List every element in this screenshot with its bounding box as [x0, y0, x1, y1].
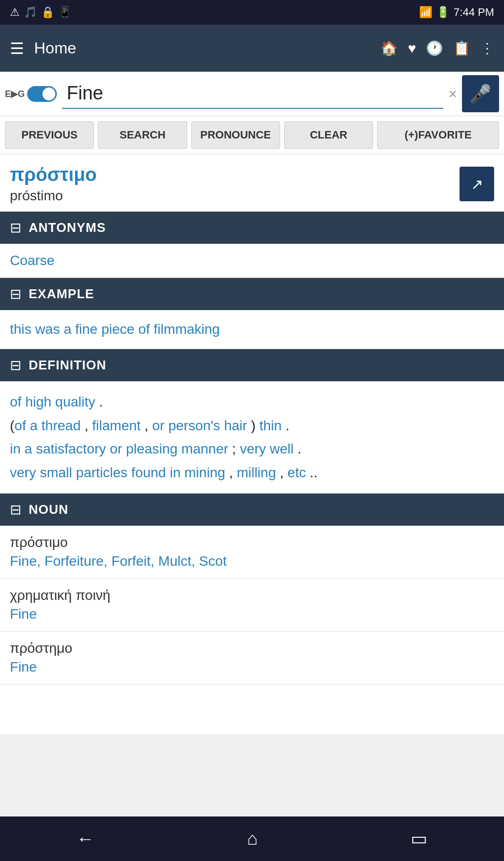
status-left-icons: ⚠ 🎵 🔒 📱 — [10, 6, 72, 19]
def-line-4: very small particles found in mining , m… — [10, 461, 494, 485]
word-of[interactable]: of — [138, 321, 150, 337]
def-word-of[interactable]: of — [10, 394, 21, 409]
word-piece[interactable]: piece — [101, 321, 134, 337]
microphone-icon: 🎤 — [469, 84, 492, 104]
antonyms-collapse-icon[interactable]: ⊟ — [10, 220, 21, 236]
search-input[interactable] — [62, 79, 443, 109]
word-filmmaking[interactable]: filmmaking — [154, 321, 220, 337]
noun-entry-2: χρηματική ποινή Fine — [0, 579, 504, 632]
def-word-high[interactable]: high — [25, 394, 51, 409]
def-word-etc[interactable]: etc — [288, 465, 306, 480]
def-word-small[interactable]: small — [40, 465, 72, 480]
def-word-mining[interactable]: mining — [184, 465, 225, 480]
def-word-thread[interactable]: thread — [42, 418, 81, 433]
noun-link-fine-3[interactable]: Fine — [10, 659, 37, 675]
def-word-filament[interactable]: filament — [92, 418, 141, 433]
noun-greek-2: χρηματική ποινή — [10, 588, 494, 603]
def-word-very[interactable]: very — [240, 441, 266, 456]
search-button[interactable]: SEARCH — [98, 121, 187, 149]
favorites-icon[interactable]: ♥ — [408, 41, 416, 56]
lock-icon: 🔒 — [41, 6, 54, 19]
noun-link-mulct[interactable]: Mulct — [158, 553, 191, 569]
more-options-icon[interactable]: ⋮ — [480, 40, 494, 56]
noun-title: NOUN — [29, 502, 69, 517]
word-transliteration: próstimo — [10, 188, 97, 204]
definition-title: DEFINITION — [29, 358, 106, 373]
antonyms-content: Coarse — [0, 244, 504, 278]
def-word-found[interactable]: found — [131, 465, 166, 480]
status-bar: ⚠ 🎵 🔒 📱 📶 🔋 7:44 PM — [0, 0, 504, 25]
back-button[interactable]: ← — [77, 828, 94, 849]
nav-action-icons: 🏠 ♥ 🕐 📋 ⋮ — [380, 40, 494, 56]
word-this[interactable]: this — [10, 321, 32, 337]
clear-button[interactable]: CLEAR — [284, 121, 373, 149]
signal-icon: 📱 — [58, 6, 72, 19]
signal-bars-icon: 📶 — [419, 6, 432, 19]
toggle-knob — [42, 88, 55, 100]
clear-input-icon[interactable]: × — [448, 86, 457, 102]
noun-links-2: Fine — [10, 606, 494, 622]
word-a1[interactable]: a — [64, 321, 72, 337]
def-word-of2[interactable]: of — [14, 418, 26, 433]
def-word-or2[interactable]: or — [110, 441, 122, 456]
def-word-manner[interactable]: manner — [181, 441, 228, 456]
word-was[interactable]: was — [35, 321, 60, 337]
def-word-in[interactable]: in — [10, 441, 21, 456]
noun-link-scot[interactable]: Scot — [199, 553, 227, 569]
noun-link-forfeit[interactable]: Forfeit — [111, 553, 150, 569]
search-bar: E▶G × 🎤 — [0, 72, 504, 116]
toggle-switch[interactable] — [27, 86, 57, 102]
example-sentence: this was a fine piece of filmmaking — [10, 319, 494, 340]
example-collapse-icon[interactable]: ⊟ — [10, 286, 21, 302]
share-button[interactable]: ↗ — [460, 167, 494, 201]
def-word-pleasing[interactable]: pleasing — [126, 441, 177, 456]
noun-link-forfeiture[interactable]: Forfeiture — [44, 553, 104, 569]
def-word-persons-hair[interactable]: person's hair — [168, 418, 247, 433]
eg-label: E▶G — [5, 89, 25, 99]
def-word-or[interactable]: or — [152, 418, 165, 433]
word-fine[interactable]: fine — [75, 321, 97, 337]
example-title: EXAMPLE — [29, 286, 94, 302]
pronounce-button[interactable]: PRONOUNCE — [191, 121, 280, 149]
definition-text: of high quality . (of a thread , filamen… — [10, 390, 494, 484]
def-word-particles[interactable]: particles — [76, 465, 127, 480]
share-icon: ↗ — [471, 176, 483, 193]
def-word-thin[interactable]: thin — [259, 418, 282, 433]
example-section-header: ⊟ EXAMPLE — [0, 278, 504, 310]
antonyms-title: ANTONYMS — [29, 220, 106, 235]
def-word-a2[interactable]: a — [25, 441, 33, 456]
previous-button[interactable]: PREVIOUS — [5, 121, 94, 149]
def-word-very2[interactable]: very — [10, 465, 36, 480]
noun-collapse-icon[interactable]: ⊟ — [10, 501, 21, 518]
example-content: this was a fine piece of filmmaking — [0, 310, 504, 349]
time-display: 7:44 PM — [454, 6, 494, 19]
noun-links-1: Fine, Forfeiture, Forfeit, Mulct, Scot — [10, 553, 494, 569]
noun-entry-3: πρόστημο Fine — [0, 632, 504, 684]
home-icon[interactable]: 🏠 — [380, 40, 398, 56]
def-word-in2[interactable]: in — [170, 465, 181, 480]
recents-button[interactable]: ▭ — [411, 828, 427, 849]
menu-icon[interactable]: ☰ — [10, 39, 24, 58]
battery-icon: 🔋 — [436, 6, 450, 19]
history-icon[interactable]: 🕐 — [426, 40, 443, 56]
mic-button[interactable]: 🎤 — [462, 75, 499, 112]
def-word-milling[interactable]: milling — [237, 465, 276, 480]
language-toggle[interactable]: E▶G — [5, 86, 57, 102]
definition-content: of high quality . (of a thread , filamen… — [0, 381, 504, 494]
definition-collapse-icon[interactable]: ⊟ — [10, 357, 21, 373]
def-word-quality[interactable]: quality — [55, 394, 95, 409]
def-word-well[interactable]: well — [270, 441, 294, 456]
def-line-1: of high quality . — [10, 390, 494, 414]
def-word-satisfactory[interactable]: satisfactory — [36, 441, 106, 456]
status-right-icons: 📶 🔋 7:44 PM — [419, 6, 494, 19]
word-main: πρόστιμο próstimo — [10, 164, 97, 204]
warning-icon: ⚠ — [10, 6, 20, 19]
clipboard-icon[interactable]: 📋 — [453, 40, 470, 56]
def-word-a[interactable]: a — [30, 418, 38, 433]
word-header: πρόστιμο próstimo ↗ — [0, 154, 504, 212]
home-nav-button[interactable]: ⌂ — [247, 828, 258, 849]
favorite-button[interactable]: (+)FAVORITE — [377, 121, 499, 149]
noun-link-fine-2[interactable]: Fine — [10, 606, 37, 622]
antonym-coarse-link[interactable]: Coarse — [10, 253, 54, 268]
noun-link-fine-1[interactable]: Fine — [10, 553, 37, 569]
